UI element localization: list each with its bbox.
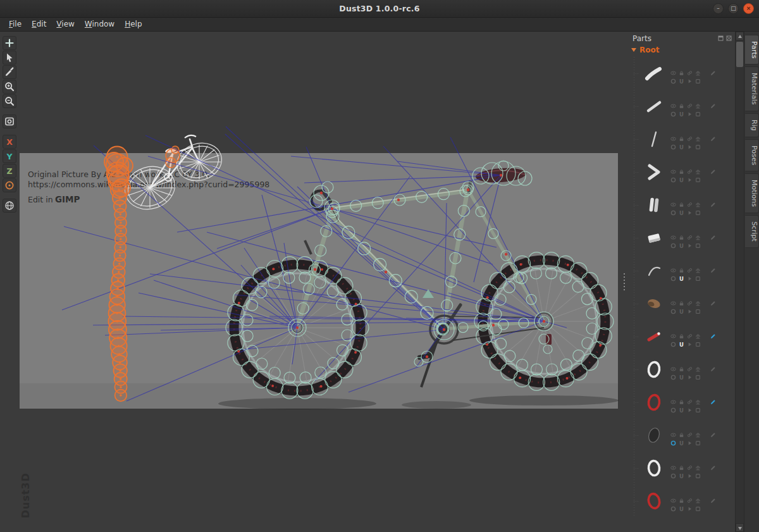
menu-item-help[interactable]: Help [120, 18, 147, 30]
swatch-icon[interactable] [695, 239, 701, 245]
pencil-icon[interactable] [710, 198, 716, 204]
scale-icon[interactable] [695, 362, 701, 368]
lock-icon[interactable] [679, 198, 684, 204]
play-icon[interactable] [687, 305, 693, 311]
tab-poses[interactable]: Poses [745, 139, 759, 171]
tab-rig[interactable]: Rig [745, 113, 759, 137]
image-tool[interactable] [3, 114, 16, 128]
eye-icon[interactable] [670, 99, 676, 105]
circle-icon[interactable] [670, 239, 676, 245]
lock-icon[interactable] [679, 66, 684, 72]
eye-icon[interactable] [670, 231, 676, 237]
part-row[interactable]: U [626, 156, 735, 189]
pencil-icon[interactable] [710, 231, 716, 237]
eye-icon[interactable] [670, 428, 676, 434]
scrollbar-thumb[interactable] [736, 42, 743, 67]
scale-icon[interactable] [695, 395, 701, 401]
part-row[interactable]: U [626, 90, 735, 123]
link-icon[interactable] [687, 494, 693, 500]
scale-icon[interactable] [695, 165, 701, 171]
u-icon[interactable]: U [679, 436, 684, 442]
link-icon[interactable] [687, 428, 693, 434]
u-icon[interactable]: U [679, 469, 684, 475]
pencil-icon[interactable] [710, 494, 716, 500]
play-icon[interactable] [687, 404, 693, 409]
circle-icon[interactable] [670, 469, 676, 475]
play-icon[interactable] [687, 206, 693, 212]
play-icon[interactable] [687, 75, 693, 80]
part-row[interactable]: U [626, 485, 735, 517]
pencil-icon[interactable] [710, 66, 716, 72]
mesh-toggle[interactable] [3, 199, 16, 213]
swatch-icon[interactable] [695, 173, 701, 179]
dock-float-icon[interactable] [718, 34, 724, 43]
u-icon[interactable]: U [679, 371, 684, 376]
scale-icon[interactable] [695, 330, 701, 335]
lock-icon[interactable] [679, 132, 684, 138]
u-icon[interactable]: U [679, 75, 684, 80]
scale-icon[interactable] [695, 198, 701, 204]
part-row[interactable]: U [626, 353, 735, 386]
link-icon[interactable] [687, 297, 693, 302]
play-icon[interactable] [687, 436, 693, 442]
scroll-down-button[interactable] [736, 523, 744, 532]
tab-motions[interactable]: Motions [745, 173, 759, 213]
link-icon[interactable] [687, 362, 693, 368]
lock-icon[interactable] [679, 165, 684, 171]
lock-icon[interactable] [679, 428, 684, 434]
pencil-icon[interactable] [710, 132, 716, 138]
eye-icon[interactable] [670, 461, 676, 467]
u-icon[interactable]: U [679, 108, 684, 113]
radius-toggle[interactable] [3, 178, 16, 192]
scroll-up-button[interactable] [736, 32, 744, 40]
scale-icon[interactable] [695, 66, 701, 72]
u-icon[interactable]: U [679, 404, 684, 409]
part-row[interactable]: U [626, 221, 735, 254]
minimize-button[interactable]: – [713, 3, 724, 14]
u-icon[interactable]: U [679, 338, 684, 343]
swatch-icon[interactable] [695, 469, 701, 475]
canvas-area[interactable]: Original Picture By AI2 - Own work, CC B… [19, 32, 622, 532]
play-icon[interactable] [687, 140, 693, 146]
part-row[interactable]: U [626, 452, 735, 485]
swatch-icon[interactable] [695, 272, 701, 278]
tree-root[interactable]: Root [626, 43, 735, 57]
eye-icon[interactable] [670, 66, 676, 72]
u-icon[interactable]: U [679, 239, 684, 245]
part-row[interactable]: U [626, 320, 735, 353]
circle-icon[interactable] [670, 206, 676, 212]
swatch-icon[interactable] [695, 371, 701, 376]
eye-icon[interactable] [670, 264, 676, 269]
circle-icon[interactable] [670, 338, 676, 343]
tab-parts[interactable]: Parts [745, 35, 759, 65]
play-icon[interactable] [687, 502, 693, 508]
circle-icon[interactable] [670, 272, 676, 278]
part-row[interactable]: U [626, 254, 735, 287]
u-icon[interactable]: U [679, 502, 684, 508]
circle-icon[interactable] [670, 140, 676, 146]
select-tool[interactable] [3, 51, 16, 65]
lock-icon[interactable] [679, 330, 684, 335]
link-icon[interactable] [687, 132, 693, 138]
circle-icon[interactable] [670, 404, 676, 409]
pencil-icon[interactable] [710, 297, 716, 302]
zoom-in-tool[interactable] [3, 80, 16, 94]
scale-icon[interactable] [695, 297, 701, 302]
u-icon[interactable]: U [679, 206, 684, 212]
lock-icon[interactable] [679, 264, 684, 269]
scale-icon[interactable] [695, 264, 701, 269]
circle-icon[interactable] [670, 436, 676, 442]
dock-close-icon[interactable] [726, 34, 732, 43]
part-row[interactable]: U [626, 57, 735, 90]
link-icon[interactable] [687, 330, 693, 335]
link-icon[interactable] [687, 198, 693, 204]
part-row[interactable]: U [626, 419, 735, 452]
menu-item-window[interactable]: Window [80, 18, 120, 30]
u-icon[interactable]: U [679, 305, 684, 311]
circle-icon[interactable] [670, 75, 676, 80]
swatch-icon[interactable] [695, 206, 701, 212]
z-axis-toggle[interactable]: Z [3, 164, 16, 178]
close-button[interactable]: × [743, 3, 754, 14]
u-icon[interactable]: U [679, 173, 684, 179]
scale-icon[interactable] [695, 132, 701, 138]
